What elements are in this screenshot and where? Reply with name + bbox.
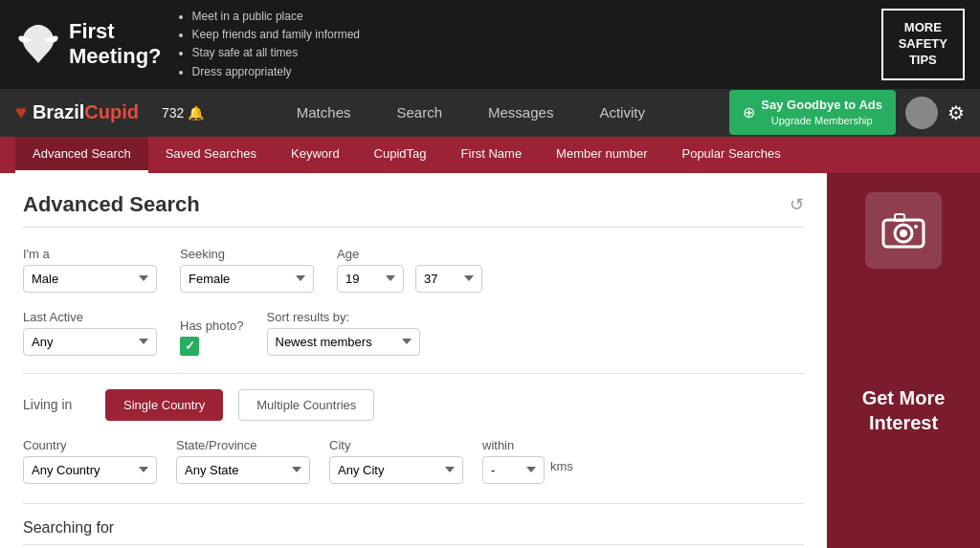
content-area: Advanced Search ↺ I'm a Male Female Seek… [0, 173, 980, 548]
state-label: State/Province [176, 438, 310, 452]
camera-icon [880, 207, 927, 254]
subnav-first-name[interactable]: First Name [444, 137, 540, 173]
nav-links: Matches Search Messages Activity [212, 91, 729, 134]
sidebar-get-more-text: Get More Interest [842, 284, 965, 537]
searching-for-section: Searching for Any Penpal Friendship Roma… [23, 519, 804, 548]
country-group: Country Any Country Brazil United States [23, 438, 157, 484]
form-row-filters: Last Active Any Today This week This mon… [23, 310, 804, 356]
country-select[interactable]: Any Country Brazil United States [23, 456, 157, 484]
seeking-group: Seeking Female Male Everyone [180, 247, 314, 293]
nav-search[interactable]: Search [396, 91, 442, 134]
divider-1 [23, 373, 804, 374]
top-banner: First Meeting? Meet in a public place Ke… [0, 0, 980, 89]
sort-group: Sort results by: Newest members Oldest m… [267, 310, 420, 356]
reset-icon[interactable]: ↺ [790, 194, 804, 215]
age-from-select[interactable]: 191820212530 [337, 265, 404, 293]
banner-title: First Meeting? [69, 19, 162, 70]
age-range: 191820212530 37253035404550 [337, 265, 482, 293]
gear-icon[interactable]: ⚙ [947, 101, 965, 124]
subnav-popular-searches[interactable]: Popular Searches [664, 137, 797, 173]
svg-point-4 [914, 225, 918, 229]
bird-icon [15, 21, 61, 67]
search-title-row: Advanced Search ↺ [23, 192, 804, 228]
bell-icon: 🔔 [188, 105, 204, 121]
has-photo-checkbox[interactable] [180, 337, 199, 356]
svg-point-2 [900, 230, 907, 237]
seeking-select[interactable]: Female Male Everyone [180, 265, 314, 293]
nav-right: ⊕ Say Goodbye to Ads Upgrade Membership … [729, 90, 965, 135]
banner-tips: Meet in a public place Keep friends and … [177, 8, 866, 81]
city-label: City [329, 438, 463, 452]
main-content: Advanced Search ↺ I'm a Male Female Seek… [0, 173, 827, 548]
sort-label: Sort results by: [267, 310, 420, 324]
searching-for-title: Searching for [23, 519, 804, 545]
country-label: Country [23, 438, 157, 452]
avatar[interactable] [905, 97, 938, 129]
has-photo-label: Has photo? [180, 318, 244, 333]
living-in-row: Living in Single Country Multiple Countr… [23, 389, 804, 421]
has-photo-group: Has photo? [180, 318, 244, 356]
banner-logo: First Meeting? [15, 19, 162, 70]
city-group: City Any City [329, 438, 463, 484]
sidebar: Get More Interest ADD A PHOTO [827, 173, 980, 548]
has-photo-checkbox-group [180, 337, 244, 356]
single-country-tab[interactable]: Single Country [105, 389, 223, 421]
kms-label: kms [550, 459, 573, 481]
navbar: ♥ BrazilCupid 732 🔔 Matches Search Messa… [0, 89, 980, 137]
within-label: within [482, 438, 573, 452]
within-select[interactable]: - 10 25 50 100 [482, 456, 545, 484]
divider-2 [23, 503, 804, 504]
brand-name: BrazilCupid [33, 101, 139, 123]
subnav: Advanced Search Saved Searches Keyword C… [0, 137, 980, 173]
nav-messages[interactable]: Messages [488, 91, 553, 134]
camera-icon-container [865, 192, 942, 269]
multiple-countries-tab[interactable]: Multiple Countries [238, 389, 374, 421]
notification-count: 732 🔔 [162, 105, 204, 121]
upgrade-button[interactable]: ⊕ Say Goodbye to Ads Upgrade Membership [729, 90, 896, 135]
im-a-label: I'm a [23, 247, 157, 261]
state-group: State/Province Any State [176, 438, 310, 484]
subnav-cupidtag[interactable]: CupidTag [357, 137, 444, 173]
im-a-select[interactable]: Male Female [23, 265, 157, 293]
subnav-member-number[interactable]: Member number [539, 137, 664, 173]
page-title: Advanced Search [23, 192, 200, 217]
subnav-advanced-search[interactable]: Advanced Search [15, 137, 148, 173]
sort-select[interactable]: Newest members Oldest members Last activ… [267, 328, 420, 356]
state-select[interactable]: Any State [176, 456, 310, 484]
nav-activity[interactable]: Activity [599, 91, 645, 134]
heart-icon: ♥ [15, 101, 27, 123]
age-to-select[interactable]: 37253035404550 [415, 265, 482, 293]
location-row: Country Any Country Brazil United States… [23, 438, 804, 484]
age-label: Age [337, 247, 482, 261]
im-a-group: I'm a Male Female [23, 247, 157, 293]
last-active-select[interactable]: Any Today This week This month [23, 328, 157, 356]
brand: ♥ BrazilCupid [15, 101, 139, 123]
last-active-label: Last Active [23, 310, 157, 324]
seeking-label: Seeking [180, 247, 314, 261]
subnav-keyword[interactable]: Keyword [274, 137, 357, 173]
living-in-label: Living in [23, 397, 90, 412]
subnav-saved-searches[interactable]: Saved Searches [148, 137, 274, 173]
nav-matches[interactable]: Matches [297, 91, 351, 134]
age-group: Age 191820212530 37253035404550 [337, 247, 482, 293]
city-select[interactable]: Any City [329, 456, 463, 484]
last-active-group: Last Active Any Today This week This mon… [23, 310, 157, 356]
more-safety-button[interactable]: MORE SAFETY TIPS [881, 9, 965, 80]
within-group: within - 10 25 50 100 kms [482, 438, 573, 484]
form-row-basic: I'm a Male Female Seeking Female Male Ev… [23, 247, 804, 293]
star-icon: ⊕ [743, 103, 755, 121]
